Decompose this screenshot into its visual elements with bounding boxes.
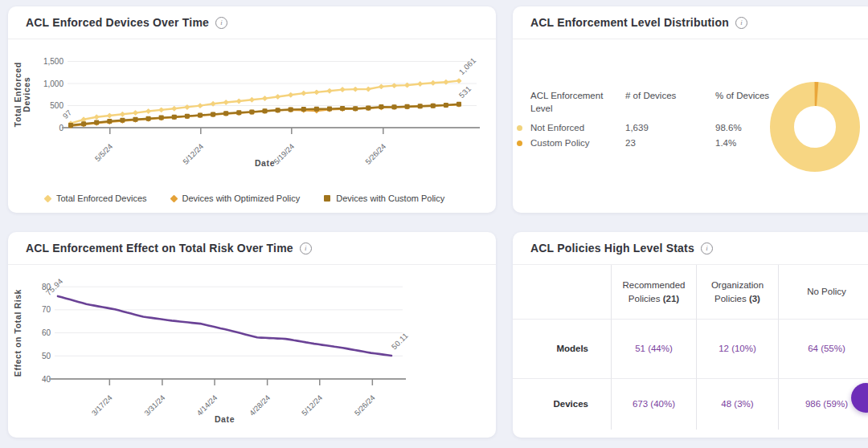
svg-text:5/12/24: 5/12/24: [300, 393, 324, 417]
panel-title: ACL Enforcement Effect on Total Risk Ove…: [26, 242, 293, 255]
table-row-label[interactable]: Not Enforced: [530, 123, 625, 132]
svg-text:3/31/24: 3/31/24: [142, 393, 166, 417]
row-header-models: Models: [513, 320, 611, 379]
devices-recommended-value[interactable]: 673 (40%): [611, 379, 696, 430]
not-enforced-dot-icon: [517, 125, 522, 131]
column-header-devices: # of Devices: [625, 90, 715, 115]
legend-item[interactable]: Devices with Optimized Policy: [171, 193, 301, 203]
row-devices-value: 23: [625, 138, 715, 148]
svg-text:4/28/24: 4/28/24: [248, 393, 272, 417]
diamond-legend-icon: [170, 194, 178, 202]
models-organization-value[interactable]: 12 (10%): [696, 320, 778, 379]
column-header-no-policy: No Policy: [778, 265, 868, 320]
panel-header: ACL Policies High Level Stats i: [513, 232, 868, 265]
info-icon[interactable]: i: [701, 242, 713, 255]
info-icon[interactable]: i: [300, 242, 312, 255]
svg-text:Date: Date: [255, 158, 275, 168]
svg-text:5/5/24: 5/5/24: [93, 142, 114, 163]
legend-label: Total Enforced Devices: [56, 193, 147, 203]
column-header-pct: % of Devices: [715, 90, 773, 115]
column-header-recommended-policies: Recommended Policies (21): [611, 265, 696, 320]
legend-item[interactable]: Total Enforced Devices: [45, 193, 147, 203]
row-label: Custom Policy: [530, 138, 590, 148]
chart-legend: Total Enforced DevicesDevices with Optim…: [8, 184, 496, 213]
svg-text:60: 60: [42, 328, 51, 337]
row-header-devices: Devices: [513, 379, 611, 430]
row-pct-value: 1.4%: [715, 138, 773, 148]
square-legend-icon: [324, 195, 330, 202]
column-header-organization-policies: Organization Policies (3): [696, 265, 778, 320]
svg-text:3/17/24: 3/17/24: [90, 393, 114, 417]
info-icon[interactable]: i: [215, 17, 227, 29]
panel-title: ACL Enforcement Level Distribution: [530, 16, 729, 29]
panel-risk-over-time: ACL Enforcement Effect on Total Risk Ove…: [8, 232, 496, 438]
header-text: No Policy: [807, 287, 846, 296]
panel-title: ACL Policies High Level Stats: [530, 242, 694, 255]
diamond-legend-icon: [44, 194, 52, 202]
enforcement-donut-chart[interactable]: [767, 79, 863, 175]
distribution-table: ACL Enforcement Level # of Devices % of …: [530, 90, 773, 148]
svg-text:5/12/24: 5/12/24: [181, 142, 205, 166]
row-pct-value: 98.6%: [715, 123, 773, 132]
legend-label: Devices with Custom Policy: [336, 193, 444, 203]
models-no-policy-value[interactable]: 64 (55%): [778, 320, 868, 379]
row-devices-value: 1,639: [625, 123, 715, 132]
header-count: (21): [663, 294, 679, 303]
svg-text:Date: Date: [215, 414, 235, 424]
svg-text:1,000: 1,000: [43, 79, 63, 88]
panel-header: ACL Enforced Devices Over Time i: [8, 6, 496, 39]
svg-text:70: 70: [42, 305, 51, 314]
risk-line-chart: 40506070803/17/243/31/244/14/244/28/245/…: [8, 265, 496, 438]
svg-text:500: 500: [50, 101, 63, 110]
empty-corner-cell: [513, 265, 611, 320]
panel-title: ACL Enforced Devices Over Time: [26, 16, 209, 29]
devices-organization-value[interactable]: 48 (3%): [696, 379, 778, 430]
dashboard: { "icons": {"info": "i"}, "colors": { "b…: [0, 0, 868, 448]
panel-header: ACL Enforcement Effect on Total Risk Ove…: [8, 232, 496, 265]
svg-text:1,500: 1,500: [43, 57, 63, 66]
panel-enforcement-level-distribution: ACL Enforcement Level Distribution i ACL…: [513, 6, 868, 213]
svg-text:1,061: 1,061: [457, 55, 478, 76]
svg-text:Effect on Total Risk: Effect on Total Risk: [13, 289, 23, 377]
svg-text:50: 50: [42, 352, 51, 360]
svg-text:5/19/24: 5/19/24: [272, 142, 296, 166]
svg-text:5/26/24: 5/26/24: [353, 393, 377, 417]
svg-text:531: 531: [457, 84, 473, 100]
donut-chart-wrap: [767, 79, 863, 175]
panel-enforced-devices-over-time: ACL Enforced Devices Over Time i 05001,0…: [8, 6, 496, 213]
stats-table: Recommended Policies (21) Organization P…: [513, 265, 868, 430]
enforced-devices-line-chart: 05001,0001,5005/5/245/12/245/19/245/26/2…: [8, 39, 496, 184]
custom-policy-dot-icon: [517, 141, 522, 146]
panel-header: ACL Enforcement Level Distribution i: [513, 6, 868, 39]
legend-label: Devices with Optimized Policy: [182, 193, 301, 203]
column-header-level: ACL Enforcement Level: [530, 90, 625, 115]
legend-item[interactable]: Devices with Custom Policy: [324, 193, 444, 203]
svg-text:Total EnforcedDevices: Total EnforcedDevices: [13, 62, 31, 127]
panel-acl-policies-stats: ACL Policies High Level Stats i Recommen…: [513, 232, 868, 438]
header-count: (3): [749, 294, 760, 303]
svg-text:5/26/24: 5/26/24: [363, 142, 387, 166]
info-icon[interactable]: i: [735, 17, 747, 29]
svg-text:50.11: 50.11: [390, 331, 410, 351]
row-label: Not Enforced: [530, 123, 584, 132]
table-row-label[interactable]: Custom Policy: [530, 138, 625, 148]
models-recommended-value[interactable]: 51 (44%): [611, 320, 696, 379]
